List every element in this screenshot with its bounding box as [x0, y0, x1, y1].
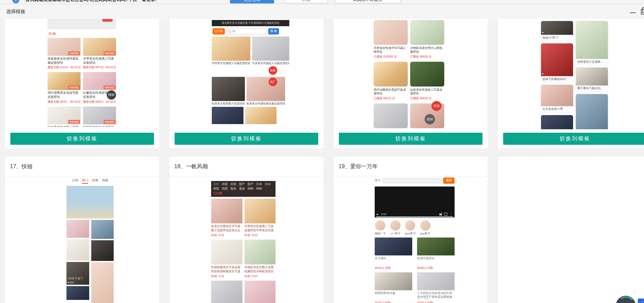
feed-hero-image[interactable]	[66, 186, 114, 219]
feed-image[interactable]: #姐姐,牛逼了! ♥ 257	[66, 262, 89, 285]
paid-item[interactable]: 八字奶乳白亮材质清纯刘海美女禁区不褪色高清露典雅婚礼亮丽 4545人付款	[417, 272, 455, 303]
template-preview[interactable]: 吊带美女性感干练写真心闺壁纸 已播放 210309 次 冷艳欧美美女照片心闺电脑…	[374, 19, 444, 129]
wallpaper-thumbnail[interactable]	[245, 107, 277, 124]
video-thumbnail[interactable]: ♥	[541, 43, 573, 76]
wallpaper-thumbnail[interactable]	[374, 103, 408, 128]
video-thumbnail[interactable]	[541, 115, 573, 129]
wallpaper-item[interactable]: 吊带美女性感干练写真心闺壁纸 已播放 210309 次	[374, 20, 408, 59]
category-link[interactable]: 香港	[230, 187, 236, 191]
template-preview[interactable]: 已购热门直播视频	[66, 178, 114, 303]
paid-thumbnail[interactable]	[417, 272, 455, 290]
wallpaper-thumbnail[interactable]	[374, 20, 408, 45]
search-input[interactable]	[382, 178, 442, 183]
feed-image[interactable]	[66, 286, 89, 300]
category-link[interactable]: 韩国	[222, 187, 228, 191]
wallpaper-item[interactable]	[245, 107, 277, 124]
template-preview[interactable]: 最近两天支付功能开通,不开通期间内片源随意浏览 已付款 秘 搜 索 吊带美女性感…	[212, 19, 289, 124]
video-thumbnail[interactable]: ♥ 57	[541, 85, 573, 106]
feed-image[interactable]	[91, 262, 114, 303]
minimize-icon[interactable]	[630, 12, 636, 13]
paid-button[interactable]: 已付款	[212, 28, 225, 34]
video-item[interactable]	[575, 94, 608, 129]
restore-icon[interactable]	[641, 9, 644, 14]
wallpaper-item[interactable]: 简约清爽美女圣诞写真桌面壁纸 已播放 68121 次	[374, 62, 408, 101]
wallpaper-thumbnail[interactable]	[212, 107, 243, 124]
wallpaper-item[interactable]: 制服美女学生妹图片桌面壁纸制服美女学生妹图片桌面壁纸	[211, 281, 242, 303]
wallpaper-thumbnail[interactable]: 独家精选	[83, 38, 116, 56]
wallpaper-thumbnail[interactable]	[410, 20, 444, 45]
wallpaper-thumbnail[interactable]	[374, 62, 408, 87]
switch-template-button[interactable]: 切换到模板	[339, 133, 482, 145]
paid-item[interactable]: 合力婚礼 4545人付款	[375, 238, 412, 270]
fullscreen-icon[interactable]	[444, 213, 447, 216]
category-link[interactable]: 国产	[248, 182, 253, 186]
wallpaper-item[interactable]: 吊带美女性感诱人写真桌面壁纸吊带美女性感诱人写真桌... 价格: 0.62	[245, 199, 276, 238]
paid-item[interactable]: 性感写真美女 4545人付款	[417, 238, 455, 270]
video-player[interactable]: ▶ 0:00 ⋮	[375, 186, 455, 218]
play-icon[interactable]: ▶	[377, 213, 378, 216]
paid-item[interactable]: 韩国明星宋仲基 4545人付款	[375, 272, 412, 303]
avatar[interactable]	[420, 220, 430, 231]
preview-tab[interactable]: 已购	[72, 178, 78, 184]
template-preview[interactable]: 全部外国外国国产国产日本日本韩国韩国香港香港哟哟哟哟已付费 甜美女生唯美艺术写真…	[211, 181, 276, 303]
feed-image[interactable]	[66, 239, 89, 261]
wallpaper-item[interactable]: 独家精选 知性美女性感诱人写真桌面壁纸	[48, 107, 81, 127]
video-thumbnail[interactable]: ♥ 36	[576, 21, 608, 59]
video-item[interactable]: ♥ 36 丝袜渐变少女居家...	[575, 21, 608, 65]
video-thumbnail[interactable]	[576, 94, 608, 129]
wallpaper-thumbnail[interactable]: 独家精选	[48, 38, 81, 56]
category-link[interactable]: 全部	[213, 182, 219, 186]
category-link[interactable]: 日本	[265, 182, 271, 186]
category-link[interactable]: 已付费	[213, 192, 222, 195]
volume-icon[interactable]	[439, 213, 440, 215]
paid-thumbnail[interactable]	[375, 238, 412, 255]
wallpaper-thumbnail[interactable]	[212, 77, 245, 101]
feed-image[interactable]	[91, 220, 114, 239]
wallpaper-item[interactable]	[212, 107, 243, 124]
wallpaper-item[interactable]: 性感制服美女写真桌面壁纸性感制服美女写真桌面壁纸 价格: 0.92	[211, 240, 242, 279]
more-icon[interactable]: ⋮	[450, 213, 453, 216]
category-link[interactable]: 哟哟	[248, 187, 253, 191]
video-item[interactable]	[541, 115, 573, 129]
preview-tab[interactable]: 视频	[102, 178, 108, 184]
wallpaper-thumbnail[interactable]	[211, 199, 242, 223]
wallpaper-item[interactable]: 独家精选 制服美女学生生活照片桌面壁纸	[83, 107, 116, 127]
wallpaper-thumbnail[interactable]	[211, 240, 242, 264]
search-button[interactable]: 搜索	[443, 178, 455, 184]
wallpaper-item[interactable]: 白嫩美女性感露肩写真桌面壁纸白嫩美女性感露肩写真桌...	[245, 281, 276, 303]
refresh-button[interactable]: 刷新	[269, 66, 277, 75]
video-item[interactable]: ♥ 这妹子的颜值如何...	[541, 43, 573, 82]
wallpaper-thumbnail[interactable]	[247, 77, 285, 101]
switch-template-button[interactable]: 切换到模板	[175, 133, 318, 145]
category-link[interactable]: 韩国	[213, 187, 219, 191]
search-button[interactable]: 搜 索	[268, 28, 279, 34]
wallpaper-item[interactable]: 欧美美女唯美图片桌面壁纸	[212, 77, 245, 107]
wallpaper-thumbnail[interactable]: 独家精选	[83, 107, 116, 124]
wallpaper-item[interactable]: 短发美女性感迷人写真桌面壁纸 已播放 96920 次	[410, 62, 444, 101]
back-to-top-button[interactable]: 回顶	[432, 101, 442, 111]
category-link[interactable]: 香港	[239, 187, 245, 191]
feed-image[interactable]	[91, 240, 114, 261]
wallpaper-thumbnail[interactable]: 独家精选	[83, 72, 116, 90]
remember-password-button[interactable]: 记住密码	[230, 0, 274, 3]
template-preview[interactable]: 共0部 独家精选 体操服美女性感写真电脑桌面壁纸 播放次数:21012¥0.02…	[48, 19, 116, 127]
wallpaper-item[interactable]: 冷艳欧美美女图片桌面电脑壁纸冷艳欧美美女图片桌面电... 价格: 0.62	[245, 240, 276, 279]
wallpaper-thumbnail[interactable]	[410, 62, 444, 87]
progress-bar[interactable]	[376, 216, 453, 217]
wallpaper-item[interactable]: 甜美女生唯美艺术写真图片桌面壁纸甜美女生唯美艺术写... 价格: 0.02	[211, 199, 242, 238]
not-now-button[interactable]: 不用	[284, 0, 328, 3]
wallpaper-item[interactable]: 独家精选 吊带美女性感诱人写真桌面壁纸 播放次数:98722¥0.02元	[83, 38, 116, 70]
category-link[interactable]: 外国	[222, 182, 228, 186]
wallpaper-item[interactable]: 欧美美女性感短裙写真桌面壁纸	[247, 77, 285, 107]
paid-thumbnail[interactable]	[417, 238, 455, 255]
switch-template-button[interactable]: 切换到模板	[10, 133, 154, 145]
template-preview[interactable]: 搜片 搜索 ▶ 0:00 ⋮	[375, 178, 455, 303]
wallpaper-item[interactable]: 独家精选 体操服美女性感写真电脑桌面壁纸 播放次数:21012¥0.02元	[48, 38, 81, 70]
wallpaper-thumbnail[interactable]: 独家精选	[48, 72, 81, 90]
wallpaper-thumbnail[interactable]	[245, 199, 276, 223]
avatar[interactable]	[405, 220, 415, 231]
category-link[interactable]: 哟哟	[256, 187, 262, 191]
wallpaper-item[interactable]: 独家精选 简约清爽美女圣诞写真桌面壁纸 播放次数:9879¥0.02元	[48, 72, 81, 104]
avatar[interactable]	[375, 220, 385, 231]
category-link[interactable]: 日本	[256, 182, 262, 186]
